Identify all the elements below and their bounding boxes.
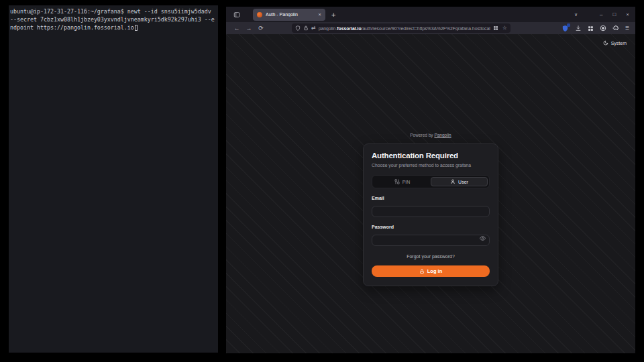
moon-icon: [603, 40, 608, 46]
terminal-line: ndpoint https://pangolin.fossorial.io: [10, 23, 134, 32]
tab-pin[interactable]: PIN: [374, 177, 431, 186]
tab-close-icon[interactable]: ×: [318, 12, 321, 17]
terminal-line: ubuntu@ip-172-31-27-116:~/grafana$ newt …: [10, 7, 217, 15]
powered-by: Powered by Pangolin: [363, 133, 498, 137]
email-input[interactable]: [372, 206, 490, 217]
back-button[interactable]: ←: [232, 25, 241, 32]
page-content: System Powered by Pangolin Authenticatio…: [226, 34, 635, 353]
permissions-arrows-icon[interactable]: ⇄: [311, 25, 316, 31]
firefox-view-icon[interactable]: [232, 10, 241, 19]
terminal-line: --secret 7cbz1xw08lh1jbzey03yxvndljvneam…: [10, 15, 217, 23]
downloads-icon[interactable]: [575, 25, 582, 32]
browser-toolbar: ← → ⟳ ⇄ pangolin.fossorial.io/auth/resou…: [226, 22, 635, 34]
theme-toggle[interactable]: System: [603, 40, 627, 46]
extensions-puzzle-icon[interactable]: [612, 25, 619, 32]
extension-badge: [567, 23, 570, 27]
lock-icon: [419, 269, 425, 274]
menu-hamburger-icon[interactable]: ≡: [625, 25, 629, 32]
password-label: Password: [372, 225, 490, 229]
tracking-protection-shield-icon[interactable]: [295, 25, 301, 31]
auth-card: Authentication Required Choose your pref…: [363, 143, 498, 286]
email-label: Email: [372, 196, 490, 200]
forward-button[interactable]: →: [244, 25, 254, 32]
forgot-password-link[interactable]: Forgot your password?: [372, 254, 490, 259]
toolbar-extensions-area: ≡: [561, 25, 629, 32]
window-minimize-button[interactable]: –: [600, 11, 602, 17]
pangolin-favicon-icon: [257, 12, 262, 17]
auth-method-tabs: PIN User: [372, 175, 490, 188]
auth-card-subtitle: Choose your preferred method to access g…: [372, 163, 490, 168]
browser-tab-auth-pangolin[interactable]: Auth - Pangolin ×: [253, 9, 325, 21]
terminal-cursor: [135, 25, 138, 31]
https-lock-icon[interactable]: [303, 25, 309, 31]
login-button[interactable]: Log in: [372, 265, 490, 277]
pin-keypad-icon: [394, 179, 400, 184]
page-actions-grid-icon[interactable]: [493, 25, 498, 31]
browser-tab-bar: Auth - Pangolin × + ∨ – □ ×: [226, 7, 635, 22]
window-close-button[interactable]: ×: [626, 11, 629, 17]
bookmark-star-icon[interactable]: ☆: [502, 25, 507, 31]
terminal-window[interactable]: ubuntu@ip-172-31-27-116:~/grafana$ newt …: [9, 5, 218, 353]
password-input[interactable]: [372, 235, 490, 246]
tab-user[interactable]: User: [431, 177, 488, 186]
user-icon: [450, 179, 455, 184]
url-text[interactable]: pangolin.fossorial.io/auth/resource/90?r…: [319, 26, 490, 31]
apps-grid-icon[interactable]: [588, 25, 594, 32]
window-maximize-button[interactable]: □: [612, 11, 616, 17]
terminal-output: ubuntu@ip-172-31-27-116:~/grafana$ newt …: [9, 5, 218, 34]
url-bar[interactable]: ⇄ pangolin.fossorial.io/auth/resource/90…: [292, 23, 511, 33]
reload-button[interactable]: ⟳: [256, 25, 266, 32]
show-password-eye-icon[interactable]: [480, 235, 486, 241]
privacy-extension-icon[interactable]: [600, 25, 606, 32]
list-all-tabs-icon[interactable]: ∨: [574, 12, 578, 17]
new-tab-button[interactable]: +: [331, 11, 335, 19]
auth-card-title: Authentication Required: [372, 152, 490, 160]
browser-window: Auth - Pangolin × + ∨ – □ × ← → ⟳ ⇄ pang…: [226, 7, 635, 353]
tab-title: Auth - Pangolin: [266, 12, 315, 17]
theme-toggle-label: System: [611, 41, 627, 46]
adblock-extension-icon[interactable]: [561, 25, 569, 32]
pangolin-link[interactable]: Pangolin: [434, 133, 451, 137]
